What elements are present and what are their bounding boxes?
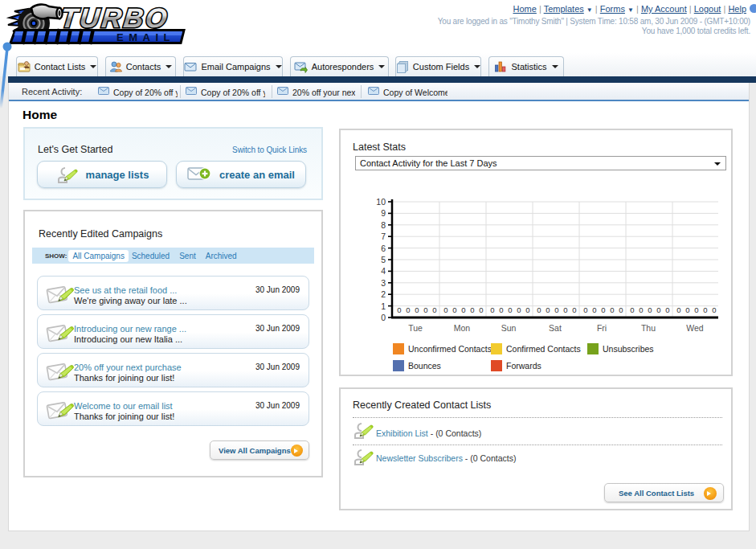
svg-text:0: 0 — [630, 305, 634, 314]
svg-text:0: 0 — [452, 305, 456, 314]
svg-text:0: 0 — [572, 305, 576, 314]
svg-text:0: 0 — [406, 305, 410, 314]
svg-text:Thu: Thu — [641, 323, 656, 333]
svg-text:0: 0 — [712, 305, 716, 314]
svg-text:0: 0 — [517, 305, 521, 314]
svg-text:4: 4 — [381, 266, 386, 276]
svg-text:0: 0 — [490, 305, 494, 314]
svg-text:9: 9 — [381, 208, 386, 218]
svg-text:5: 5 — [381, 255, 386, 264]
svg-text:0: 0 — [499, 305, 503, 314]
svg-text:0: 0 — [381, 313, 386, 322]
svg-text:0: 0 — [676, 305, 680, 314]
svg-text:Mon: Mon — [454, 323, 471, 333]
svg-text:0: 0 — [479, 305, 483, 314]
svg-text:6: 6 — [381, 244, 386, 253]
svg-text:Sat: Sat — [549, 323, 562, 333]
svg-text:1: 1 — [381, 301, 386, 311]
svg-text:0: 0 — [703, 305, 707, 314]
svg-text:0: 0 — [639, 305, 643, 314]
svg-text:0: 0 — [397, 305, 401, 314]
svg-text:0: 0 — [563, 305, 567, 314]
svg-text:0: 0 — [554, 305, 558, 314]
svg-text:0: 0 — [610, 305, 614, 314]
svg-text:0: 0 — [546, 305, 550, 314]
svg-text:Sun: Sun — [501, 323, 517, 333]
svg-text:0: 0 — [470, 305, 474, 314]
svg-text:0: 0 — [423, 305, 427, 314]
svg-text:0: 0 — [583, 305, 587, 314]
svg-text:0: 0 — [694, 305, 698, 314]
svg-text:0: 0 — [461, 305, 465, 314]
svg-text:Tue: Tue — [408, 323, 423, 333]
svg-text:Fri: Fri — [597, 323, 607, 333]
svg-text:0: 0 — [656, 305, 660, 314]
svg-text:0: 0 — [508, 305, 512, 314]
svg-text:0: 0 — [415, 305, 419, 314]
svg-text:0: 0 — [537, 305, 541, 314]
svg-text:10: 10 — [376, 197, 386, 207]
svg-text:Wed: Wed — [686, 323, 704, 333]
svg-text:0: 0 — [648, 305, 652, 314]
svg-text:0: 0 — [665, 305, 669, 314]
svg-text:0: 0 — [525, 305, 529, 314]
svg-text:0: 0 — [619, 305, 623, 314]
svg-text:0: 0 — [685, 305, 689, 314]
svg-text:3: 3 — [381, 278, 386, 288]
svg-text:2: 2 — [381, 289, 386, 299]
svg-text:0: 0 — [443, 305, 447, 314]
svg-text:0: 0 — [432, 305, 436, 314]
svg-text:0: 0 — [592, 305, 596, 314]
svg-text:7: 7 — [381, 231, 386, 241]
svg-text:8: 8 — [381, 220, 386, 230]
svg-text:TURBO: TURBO — [59, 2, 171, 33]
svg-text:0: 0 — [601, 305, 605, 314]
